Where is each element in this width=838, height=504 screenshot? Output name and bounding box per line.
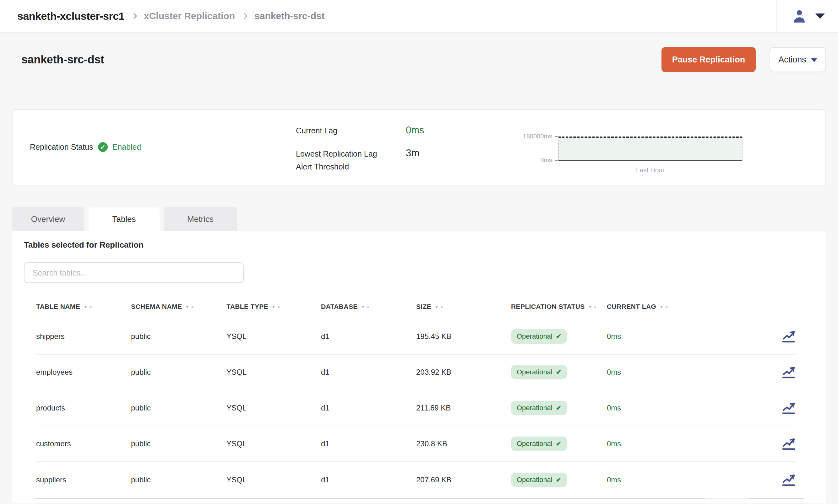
lag-chart-ymin-label: 0ms xyxy=(492,157,552,164)
user-menu[interactable] xyxy=(776,0,838,32)
sort-asc-icon: ▲ xyxy=(440,304,444,309)
page-title: sanketh-src-dst xyxy=(21,53,104,66)
sort-asc-icon: ▲ xyxy=(366,304,370,309)
cell-size: 230.8 KB xyxy=(416,439,511,448)
actions-caret-icon xyxy=(811,58,817,62)
tables-section-heading: Tables selected for Replication xyxy=(24,240,826,250)
sort-asc-icon: ▲ xyxy=(276,304,281,309)
open-lag-chart-button[interactable] xyxy=(782,330,796,343)
cell-current-lag: 0ms xyxy=(607,475,779,484)
cell-current-lag: 0ms xyxy=(607,439,779,448)
user-avatar-icon xyxy=(791,8,807,24)
status-badge: Operational✔ xyxy=(511,401,567,415)
column-header-label: SIZE xyxy=(416,303,431,310)
sort-asc-icon: ▲ xyxy=(190,304,195,309)
column-header-schema-name[interactable]: SCHEMA NAME▼▲ xyxy=(131,303,226,310)
replication-tables-table: TABLE NAME▼▲SCHEMA NAME▼▲TABLE TYPE▼▲DAT… xyxy=(24,294,826,499)
trending-chart-icon xyxy=(782,366,796,379)
open-lag-chart-button[interactable] xyxy=(782,366,796,379)
status-badge-check-icon: ✔ xyxy=(556,332,562,340)
sort-icons: ▼▲ xyxy=(185,304,195,309)
horizontal-scrollbar[interactable] xyxy=(35,498,804,499)
sort-icons: ▼▲ xyxy=(659,304,669,309)
column-header-replication-status[interactable]: REPLICATION STATUS▼▲ xyxy=(511,303,607,310)
trending-chart-icon xyxy=(782,401,796,415)
replication-status-label: Replication Status xyxy=(30,143,93,151)
cell-table-type: YSQL xyxy=(226,439,321,448)
cell-schema-name: public xyxy=(131,368,226,377)
lag-alert-threshold-label-line1: Lowest Replication Lag xyxy=(296,147,377,160)
tab-metrics[interactable]: Metrics xyxy=(164,207,237,231)
open-lag-chart-button[interactable] xyxy=(782,437,796,450)
cell-replication-status: Operational✔ xyxy=(511,329,607,344)
current-lag-label: Current Lag xyxy=(296,126,337,135)
status-badge: Operational✔ xyxy=(511,473,567,487)
table-row: productspublicYSQLd1211.69 KBOperational… xyxy=(36,390,796,426)
column-header-table-type[interactable]: TABLE TYPE▼▲ xyxy=(226,303,321,310)
cell-table-name: products xyxy=(36,403,131,412)
status-badge-label: Operational xyxy=(517,332,553,341)
search-tables-input[interactable] xyxy=(24,262,244,283)
breadcrumb-item-1[interactable]: sanketh-xcluster-src1 xyxy=(17,10,124,22)
cell-database: d1 xyxy=(321,332,416,341)
status-badge-label: Operational xyxy=(517,440,553,448)
actions-button-label: Actions xyxy=(778,55,806,65)
cell-schema-name: public xyxy=(131,332,226,341)
table-row: employeespublicYSQLd1203.92 KBOperationa… xyxy=(36,355,796,390)
sort-desc-icon: ▼ xyxy=(83,304,88,309)
sort-asc-icon: ▲ xyxy=(593,304,597,309)
status-badge: Operational✔ xyxy=(511,436,567,451)
tab-overview[interactable]: Overview xyxy=(12,207,84,231)
actions-button[interactable]: Actions xyxy=(770,47,826,72)
sort-desc-icon: ▼ xyxy=(588,304,592,309)
column-header-label: REPLICATION STATUS xyxy=(511,303,585,310)
cell-replication-status: Operational✔ xyxy=(511,436,607,451)
breadcrumb-item-2[interactable]: xCluster Replication xyxy=(144,11,235,21)
table-row: supplierspublicYSQLd1207.69 KBOperationa… xyxy=(36,462,796,498)
cell-size: 211.69 KB xyxy=(416,403,511,412)
lag-alert-threshold-label: Lowest Replication Lag Alert Threshold xyxy=(296,147,377,173)
tab-tables[interactable]: Tables xyxy=(89,207,160,231)
tables-panel: Tables selected for Replication TABLE NA… xyxy=(12,231,826,503)
pause-replication-button[interactable]: Pause Replication xyxy=(662,47,756,72)
tab-bar: OverviewTablesMetrics xyxy=(12,207,826,231)
lag-chart-ymax-label: 180000ms xyxy=(492,133,552,140)
open-lag-chart-button[interactable] xyxy=(782,401,796,415)
cell-table-type: YSQL xyxy=(226,403,321,412)
page-header: sanketh-src-dst Pause Replication Action… xyxy=(12,47,826,72)
status-badge: Operational✔ xyxy=(511,365,567,379)
cell-replication-status: Operational✔ xyxy=(511,473,607,487)
cell-current-lag: 0ms xyxy=(607,368,779,377)
status-badge-check-icon: ✔ xyxy=(556,440,562,448)
sort-icons: ▼▲ xyxy=(83,304,93,309)
status-badge-check-icon: ✔ xyxy=(556,404,562,412)
open-lag-chart-button[interactable] xyxy=(782,473,796,486)
status-badge-check-icon: ✔ xyxy=(556,368,562,376)
lag-chart-xaxis-label: Last Hour xyxy=(558,166,743,174)
cell-schema-name: public xyxy=(131,403,226,412)
column-header-current-lag[interactable]: CURRENT LAG▼▲ xyxy=(607,303,779,310)
cell-table-type: YSQL xyxy=(226,368,321,377)
table-row: shipperspublicYSQLd1195.45 KBOperational… xyxy=(36,319,796,355)
sort-desc-icon: ▼ xyxy=(434,304,439,309)
column-header-label: DATABASE xyxy=(321,303,358,310)
column-header-database[interactable]: DATABASE▼▲ xyxy=(321,303,416,310)
cell-schema-name: public xyxy=(131,475,226,484)
trending-chart-icon xyxy=(782,473,796,486)
column-header-label: TABLE TYPE xyxy=(226,303,268,310)
sort-icons: ▼▲ xyxy=(272,304,281,309)
breadcrumb-chevron-icon xyxy=(131,13,137,19)
cell-table-type: YSQL xyxy=(226,332,321,341)
column-header-size[interactable]: SIZE▼▲ xyxy=(416,303,511,310)
table-row: customerspublicYSQLd1230.8 KBOperational… xyxy=(36,426,796,462)
sort-desc-icon: ▼ xyxy=(659,304,664,309)
status-check-circle-icon: ✓ xyxy=(98,142,108,152)
lag-sparkline-chart xyxy=(558,137,743,161)
cell-replication-status: Operational✔ xyxy=(511,401,607,415)
current-lag-value: 0ms xyxy=(406,125,424,136)
trending-chart-icon xyxy=(782,330,796,343)
column-header-table-name[interactable]: TABLE NAME▼▲ xyxy=(36,303,131,310)
cell-database: d1 xyxy=(321,475,416,484)
column-header-label: TABLE NAME xyxy=(36,303,80,310)
cell-current-lag: 0ms xyxy=(607,332,779,341)
